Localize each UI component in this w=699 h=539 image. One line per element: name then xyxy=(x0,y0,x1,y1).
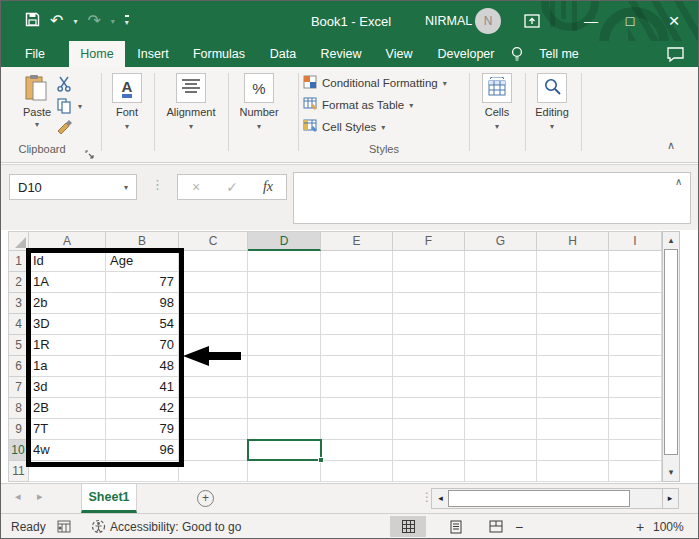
cell-G3[interactable] xyxy=(465,293,537,314)
undo-dropdown-icon[interactable]: ▾ xyxy=(73,17,77,26)
cell-E5[interactable] xyxy=(321,335,393,356)
horizontal-scrollbar-thumb[interactable] xyxy=(448,490,630,507)
previous-sheet-icon[interactable]: ◂ xyxy=(15,490,21,503)
next-sheet-icon[interactable]: ▸ xyxy=(37,490,43,503)
cell-C4[interactable] xyxy=(179,314,248,335)
font-dropdown-icon[interactable]: ▾ xyxy=(119,122,135,131)
accessibility-status[interactable]: Accessibility: Good to go xyxy=(110,514,241,539)
cell-C2[interactable] xyxy=(179,272,248,293)
cell-F10[interactable] xyxy=(393,440,465,461)
cell-D6[interactable] xyxy=(248,356,321,377)
cell-F1[interactable] xyxy=(393,251,465,272)
cell-G8[interactable] xyxy=(465,398,537,419)
undo-icon[interactable]: ↶ xyxy=(50,13,63,29)
collapse-formula-bar-icon[interactable]: ∧ xyxy=(675,176,682,187)
tab-developer[interactable]: Developer xyxy=(433,41,499,67)
cell-I7[interactable] xyxy=(609,377,662,398)
minimize-button[interactable]: — xyxy=(576,1,606,41)
tell-me-box[interactable]: Tell me xyxy=(533,41,585,67)
cell-A8[interactable]: 2B xyxy=(29,398,106,419)
cell-B10[interactable]: 96 xyxy=(106,440,179,461)
cell-F8[interactable] xyxy=(393,398,465,419)
cell-H6[interactable] xyxy=(537,356,609,377)
vertical-scrollbar[interactable]: ▴ ▾ xyxy=(662,231,680,482)
avatar[interactable]: N xyxy=(475,8,501,34)
customize-qat-icon[interactable]: ▾ xyxy=(125,15,129,27)
cell-B1[interactable]: Age xyxy=(106,251,179,272)
ribbon-display-options-icon[interactable] xyxy=(517,1,547,41)
cell-D2[interactable] xyxy=(248,272,321,293)
number-button[interactable]: % xyxy=(244,73,274,103)
cell-D1[interactable] xyxy=(248,251,321,272)
paste-button[interactable]: Paste xyxy=(13,106,61,118)
cell-A7[interactable]: 3d xyxy=(29,377,106,398)
cell-C11[interactable] xyxy=(179,461,248,482)
column-header-B[interactable]: B xyxy=(106,231,179,251)
tab-home[interactable]: Home xyxy=(69,41,125,67)
cell-I1[interactable] xyxy=(609,251,662,272)
row-header-2[interactable]: 2 xyxy=(8,272,29,293)
cell-F2[interactable] xyxy=(393,272,465,293)
copy-dropdown-icon[interactable]: ▾ xyxy=(75,102,85,111)
cell-G1[interactable] xyxy=(465,251,537,272)
cell-C3[interactable] xyxy=(179,293,248,314)
cell-G5[interactable] xyxy=(465,335,537,356)
cell-I4[interactable] xyxy=(609,314,662,335)
scroll-down-icon[interactable]: ▾ xyxy=(663,465,679,480)
conditional-formatting-button[interactable]: Conditional Formatting ▾ xyxy=(303,75,447,91)
cell-D4[interactable] xyxy=(248,314,321,335)
cell-F6[interactable] xyxy=(393,356,465,377)
select-all-corner[interactable] xyxy=(8,231,29,251)
column-header-F[interactable]: F xyxy=(393,231,465,251)
row-header-4[interactable]: 4 xyxy=(8,314,29,335)
fill-handle[interactable] xyxy=(318,457,324,463)
macro-record-icon[interactable] xyxy=(57,514,71,539)
row-header-6[interactable]: 6 xyxy=(8,356,29,377)
cell-C7[interactable] xyxy=(179,377,248,398)
column-header-A[interactable]: A xyxy=(29,231,106,251)
cell-I3[interactable] xyxy=(609,293,662,314)
clipboard-dialog-launcher-icon[interactable] xyxy=(85,145,94,163)
cell-G6[interactable] xyxy=(465,356,537,377)
cell-C1[interactable] xyxy=(179,251,248,272)
row-header-5[interactable]: 5 xyxy=(8,335,29,356)
cell-B11[interactable] xyxy=(106,461,179,482)
cell-H1[interactable] xyxy=(537,251,609,272)
cell-G4[interactable] xyxy=(465,314,537,335)
tab-view[interactable]: View xyxy=(381,41,417,67)
cell-H3[interactable] xyxy=(537,293,609,314)
cell-E4[interactable] xyxy=(321,314,393,335)
new-sheet-icon[interactable]: + xyxy=(197,490,214,507)
cell-H11[interactable] xyxy=(537,461,609,482)
column-header-I[interactable]: I xyxy=(609,231,662,251)
collapse-ribbon-icon[interactable]: ∧ xyxy=(667,139,675,152)
column-header-E[interactable]: E xyxy=(321,231,393,251)
cell-D9[interactable] xyxy=(248,419,321,440)
cell-C10[interactable] xyxy=(179,440,248,461)
cell-B7[interactable]: 41 xyxy=(106,377,179,398)
column-header-C[interactable]: C xyxy=(179,231,248,251)
cell-H7[interactable] xyxy=(537,377,609,398)
cell-E9[interactable] xyxy=(321,419,393,440)
row-header-9[interactable]: 9 xyxy=(8,419,29,440)
number-dropdown-icon[interactable]: ▾ xyxy=(251,122,267,131)
cell-C8[interactable] xyxy=(179,398,248,419)
tab-insert[interactable]: Insert xyxy=(133,41,173,67)
cell-I5[interactable] xyxy=(609,335,662,356)
cell-I8[interactable] xyxy=(609,398,662,419)
font-button[interactable]: A xyxy=(112,73,142,103)
cell-A4[interactable]: 3D xyxy=(29,314,106,335)
cell-F11[interactable] xyxy=(393,461,465,482)
tab-file[interactable]: File xyxy=(17,41,53,67)
account-name[interactable]: NIRMAL xyxy=(425,1,472,41)
cell-D11[interactable] xyxy=(248,461,321,482)
maximize-button[interactable]: □ xyxy=(615,1,645,41)
name-box-dropdown-icon[interactable]: ▾ xyxy=(124,183,128,192)
cell-E10[interactable] xyxy=(321,440,393,461)
editing-dropdown-icon[interactable]: ▾ xyxy=(544,122,560,131)
cell-H10[interactable] xyxy=(537,440,609,461)
cell-H2[interactable] xyxy=(537,272,609,293)
save-icon[interactable] xyxy=(25,12,40,30)
cell-D3[interactable] xyxy=(248,293,321,314)
column-header-D[interactable]: D xyxy=(248,231,321,251)
